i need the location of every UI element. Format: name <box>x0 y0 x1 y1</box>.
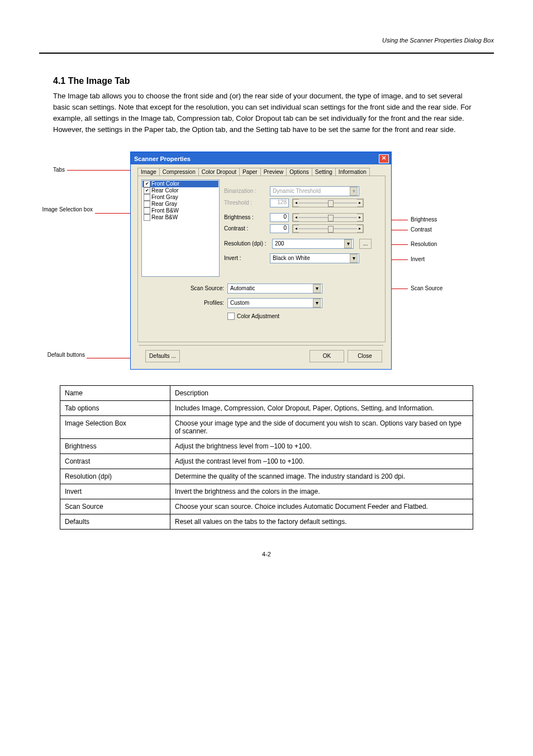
arrow-right-icon[interactable]: ▸ <box>357 214 363 221</box>
selection-rear-color[interactable]: Rear Color <box>142 187 218 194</box>
table-row: Resolution (dpi)Determine the quality of… <box>60 469 473 484</box>
intro-paragraph: The Image tab allows you to choose the f… <box>53 91 478 136</box>
callout-line <box>95 213 135 214</box>
checkbox[interactable] <box>144 201 150 207</box>
callout-invert: Invert <box>411 256 425 262</box>
resolution-more-button[interactable]: ... <box>359 239 372 249</box>
invert-row: Invert : Black on White <box>224 253 359 263</box>
selection-front-color[interactable]: Front Color <box>142 181 218 187</box>
callout-line <box>67 170 134 171</box>
tab-paper[interactable]: Paper <box>239 168 261 176</box>
brightness-slider[interactable]: ◂▸ <box>292 213 364 222</box>
profiles-label: Profiles: <box>197 300 224 306</box>
callout-defaults: Default buttons <box>39 352 85 358</box>
resolution-label: Resolution (dpi) : <box>224 240 273 247</box>
tab-options[interactable]: Options <box>286 168 312 176</box>
checkbox[interactable] <box>144 181 150 187</box>
tab-color-dropout[interactable]: Color Dropout <box>198 168 240 176</box>
page-number: 4-2 <box>39 551 494 557</box>
selection-front-gray[interactable]: Front Gray <box>142 194 218 201</box>
threshold-slider: ◂▸ <box>292 199 364 207</box>
dialog-title: Scanner Properties <box>134 155 191 162</box>
brightness-row: Brightness : 0 ◂▸ <box>224 213 364 222</box>
checkbox[interactable] <box>144 214 150 221</box>
callout-selection-box: Image Selection box <box>39 206 93 212</box>
table-row: Scan SourceChoose your scan source. Choi… <box>60 499 473 514</box>
threshold-value: 128 <box>270 199 289 207</box>
scanner-properties-dialog: Scanner Properties ✕ Image Compression C… <box>130 152 392 370</box>
scan-source-label: Scan Source: <box>186 285 224 291</box>
binarization-dropdown: Dynamic Threshold <box>270 186 359 196</box>
profiles-row: Profiles: Custom <box>197 298 322 308</box>
col-name: Name <box>60 385 170 400</box>
brightness-label: Brightness : <box>224 214 266 220</box>
tab-image[interactable]: Image <box>137 168 160 176</box>
tab-preview[interactable]: Preview <box>260 168 287 176</box>
table-row: Image Selection BoxChoose your image typ… <box>60 415 473 438</box>
tabpanel-image: Front Color Rear Color Front Gray Rear G… <box>137 176 386 342</box>
threshold-label: Threshold : <box>224 200 266 206</box>
profiles-dropdown[interactable]: Custom <box>227 298 322 308</box>
callout-contrast: Contrast <box>411 226 432 233</box>
table-row: ContrastAdjust the contrast level from –… <box>60 453 473 469</box>
resolution-row: Resolution (dpi) : 200 ... <box>224 239 372 249</box>
window-close-button[interactable]: ✕ <box>379 154 389 163</box>
color-adjustment-label: Color Adjustment <box>237 313 279 319</box>
section-title: 4.1 The Image Tab <box>53 76 494 86</box>
invert-label: Invert : <box>224 255 266 261</box>
selection-rear-gray[interactable]: Rear Gray <box>142 201 218 207</box>
color-adjustment-row[interactable]: Color Adjustment <box>227 313 279 320</box>
selection-front-bw[interactable]: Front B&W <box>142 207 218 214</box>
brightness-value: 0 <box>270 213 289 222</box>
ok-button[interactable]: OK <box>310 350 344 362</box>
table-row: InvertInvert the brightness and the colo… <box>60 484 473 499</box>
contrast-slider[interactable]: ◂▸ <box>292 224 364 233</box>
callout-scan-source: Scan Source <box>411 285 442 291</box>
button-separator <box>139 345 383 346</box>
contrast-value: 0 <box>270 224 289 233</box>
image-selection-box[interactable]: Front Color Rear Color Front Gray Rear G… <box>141 179 220 277</box>
titlebar: Scanner Properties ✕ <box>131 152 391 164</box>
col-description: Description <box>170 385 473 400</box>
binarization-label: Binarization : <box>224 188 266 194</box>
checkbox[interactable] <box>144 187 150 194</box>
callout-resolution: Resolution <box>411 241 437 247</box>
description-table: Name Description Tab optionsIncludes Ima… <box>60 385 473 530</box>
selection-rear-bw[interactable]: Rear B&W <box>142 214 218 221</box>
header-right: Using the Scanner Properties Dialog Box <box>382 37 494 44</box>
scan-source-dropdown[interactable]: Automatic <box>227 284 322 294</box>
table-row: BrightnessAdjust the brightness level fr… <box>60 438 473 453</box>
checkbox[interactable] <box>144 194 150 201</box>
page-header: Using the Scanner Properties Dialog Box <box>39 30 494 54</box>
tab-information[interactable]: Information <box>335 168 370 176</box>
callout-brightness: Brightness <box>411 216 437 223</box>
color-adjustment-checkbox[interactable] <box>227 313 235 320</box>
contrast-label: Contrast : <box>224 225 266 231</box>
checkbox[interactable] <box>144 207 150 214</box>
scan-source-row: Scan Source: Automatic <box>186 284 322 294</box>
contrast-row: Contrast : 0 ◂▸ <box>224 224 364 233</box>
tab-strip: Image Compression Color Dropout Paper Pr… <box>137 168 389 176</box>
table-row: DefaultsReset all values on the tabs to … <box>60 514 473 529</box>
tab-setting[interactable]: Setting <box>312 168 336 176</box>
table-header-row: Name Description <box>60 385 473 400</box>
close-button[interactable]: Close <box>348 350 382 362</box>
tab-compression[interactable]: Compression <box>159 168 199 176</box>
callout-tabs: Tabs <box>39 167 65 173</box>
arrow-right-icon[interactable]: ▸ <box>357 225 363 233</box>
binarization-row: Binarization : Dynamic Threshold <box>224 186 359 196</box>
table-row: Tab optionsIncludes Image, Compression, … <box>60 400 473 415</box>
defaults-button[interactable]: Defaults ... <box>145 350 180 362</box>
invert-dropdown[interactable]: Black on White <box>270 253 359 263</box>
resolution-dropdown[interactable]: 200 <box>272 239 354 249</box>
threshold-row: Threshold : 128 ◂▸ <box>224 199 364 207</box>
figure-area: Tabs Image Selection box Default buttons… <box>39 152 497 375</box>
